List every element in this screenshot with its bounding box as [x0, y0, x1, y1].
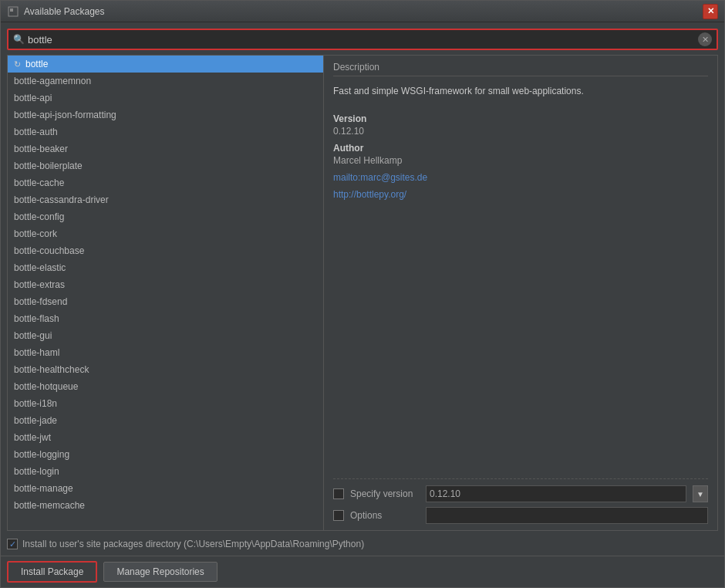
list-item[interactable]: bottle-agamemnon	[8, 73, 323, 90]
list-item[interactable]: bottle-couchbase	[8, 242, 323, 259]
package-name: bottle	[25, 59, 48, 69]
list-item[interactable]: bottle-auth	[8, 123, 323, 140]
package-name: bottle-api-json-formatting	[14, 110, 116, 120]
list-item[interactable]: ↻bottle	[8, 56, 323, 73]
list-item[interactable]: bottle-fdsend	[8, 293, 323, 310]
search-icon: 🔍	[13, 34, 25, 45]
list-item[interactable]: bottle-i18n	[8, 395, 323, 412]
package-name: bottle-config	[14, 211, 64, 222]
author-label: Author	[333, 143, 708, 154]
package-name: bottle-jwt	[14, 432, 51, 443]
package-name: bottle-i18n	[14, 398, 57, 409]
package-name: bottle-manage	[14, 483, 73, 494]
list-item[interactable]: bottle-api	[8, 90, 323, 106]
refresh-icon: ↻	[14, 59, 21, 69]
list-item[interactable]: bottle-elastic	[8, 259, 323, 276]
options-input[interactable]	[426, 507, 708, 524]
install-path-label: Install to user's site packages director…	[22, 539, 364, 549]
package-name: bottle-couchbase	[14, 245, 84, 256]
package-name: bottle-hotqueue	[14, 381, 78, 392]
package-name: bottle-agamemnon	[14, 76, 91, 86]
list-item[interactable]: bottle-cassandra-driver	[8, 191, 323, 208]
detail-header: Description	[333, 62, 708, 76]
install-package-button[interactable]: Install Package	[7, 561, 97, 583]
options-checkbox[interactable]	[333, 510, 344, 521]
title-bar: Available Packages ✕	[1, 1, 724, 22]
package-name: bottle-memcache	[14, 500, 85, 511]
window-title: Available Packages	[24, 6, 703, 17]
package-name: bottle-login	[14, 466, 59, 477]
list-item[interactable]: bottle-login	[8, 463, 323, 480]
install-path-checkbox[interactable]: ✓	[7, 539, 18, 549]
email-link[interactable]: mailto:marc@gsites.de	[333, 172, 708, 183]
list-item[interactable]: bottle-hotqueue	[8, 378, 323, 395]
package-name: bottle-extras	[14, 279, 65, 290]
package-name: bottle-haml	[14, 347, 59, 358]
package-name: bottle-cache	[14, 177, 64, 188]
package-list[interactable]: ↻bottlebottle-agamemnonbottle-apibottle-…	[8, 56, 323, 530]
list-item[interactable]: bottle-jwt	[8, 429, 323, 446]
main-panel: ↻bottlebottle-agamemnonbottle-apibottle-…	[7, 55, 718, 531]
list-item[interactable]: bottle-healthcheck	[8, 361, 323, 378]
package-name: bottle-boilerplate	[14, 161, 83, 171]
package-name: bottle-flash	[14, 313, 59, 324]
list-item[interactable]: bottle-jade	[8, 412, 323, 429]
search-input[interactable]	[28, 34, 695, 46]
list-item[interactable]: bottle-logging	[8, 446, 323, 463]
list-item[interactable]: bottle-cork	[8, 225, 323, 242]
list-item[interactable]: bottle-haml	[8, 344, 323, 361]
package-list-container: ↻bottlebottle-agamemnonbottle-apibottle-…	[8, 56, 324, 530]
options-label: Options	[350, 510, 420, 521]
version-input[interactable]	[426, 485, 686, 502]
package-name: bottle-elastic	[14, 262, 66, 273]
package-name: bottle-jade	[14, 415, 57, 426]
package-name: bottle-healthcheck	[14, 364, 89, 375]
list-item[interactable]: bottle-api-json-formatting	[8, 106, 323, 123]
package-name: bottle-api	[14, 93, 52, 103]
version-options: Specify version ▼ Options	[333, 478, 708, 524]
list-item[interactable]: bottle-cache	[8, 174, 323, 191]
svg-rect-1	[10, 8, 13, 12]
list-item[interactable]: bottle-config	[8, 208, 323, 225]
package-name: bottle-auth	[14, 127, 58, 137]
author-value: Marcel Hellkamp	[333, 155, 708, 166]
search-bar: 🔍 ✕	[7, 29, 718, 50]
specify-version-row: Specify version ▼	[333, 485, 708, 502]
list-item[interactable]: bottle-gui	[8, 327, 323, 344]
window-icon	[7, 5, 19, 18]
list-item[interactable]: bottle-memcache	[8, 497, 323, 514]
list-item[interactable]: bottle-manage	[8, 480, 323, 497]
bottom-bar: Install Package Manage Repositories	[1, 556, 724, 587]
package-name: bottle-cork	[14, 228, 57, 239]
package-name: bottle-fdsend	[14, 296, 67, 307]
available-packages-window: Available Packages ✕ 🔍 ✕ ↻bottlebottle-a…	[0, 0, 725, 588]
close-button[interactable]: ✕	[703, 4, 718, 19]
version-value: 0.12.10	[333, 126, 708, 137]
package-name: bottle-gui	[14, 330, 52, 341]
install-path-row: ✓ Install to user's site packages direct…	[7, 539, 718, 549]
list-item[interactable]: bottle-extras	[8, 276, 323, 293]
version-dropdown-button[interactable]: ▼	[693, 485, 708, 502]
specify-version-label: Specify version	[350, 488, 420, 499]
detail-description: Fast and simple WSGI-framework for small…	[333, 84, 708, 98]
detail-panel: Description Fast and simple WSGI-framewo…	[324, 56, 717, 530]
package-name: bottle-logging	[14, 449, 69, 460]
specify-version-checkbox[interactable]	[333, 488, 344, 499]
options-row: Options	[333, 507, 708, 524]
url-link[interactable]: http://bottlepy.org/	[333, 189, 708, 200]
list-item[interactable]: bottle-boilerplate	[8, 157, 323, 174]
list-item[interactable]: bottle-beaker	[8, 140, 323, 157]
list-item[interactable]: bottle-flash	[8, 310, 323, 327]
version-label: Version	[333, 113, 708, 124]
manage-repositories-button[interactable]: Manage Repositories	[103, 562, 217, 582]
main-content: 🔍 ✕ ↻bottlebottle-agamemnonbottle-apibot…	[1, 22, 724, 556]
search-clear-button[interactable]: ✕	[698, 32, 712, 46]
package-name: bottle-beaker	[14, 144, 68, 154]
package-name: bottle-cassandra-driver	[14, 194, 109, 205]
